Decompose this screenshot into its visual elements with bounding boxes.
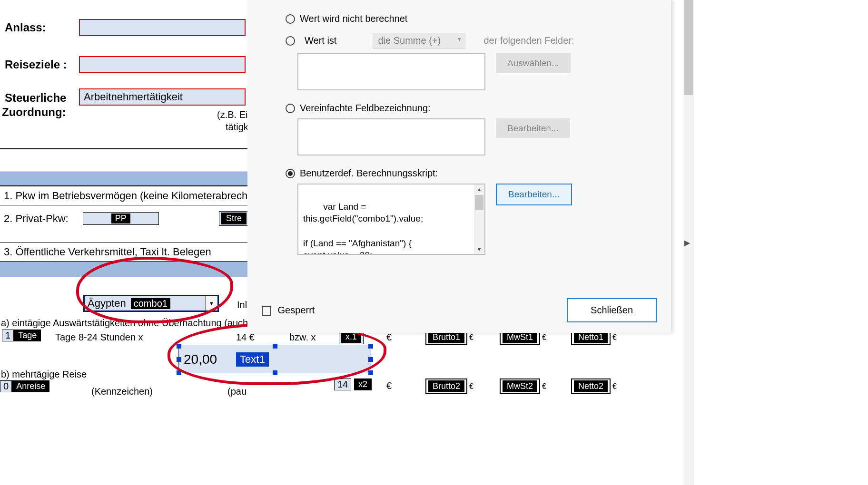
label-reiseziele: Reiseziele :	[5, 58, 67, 71]
radio-label-2: Wert ist	[305, 35, 336, 46]
a-bzw: bzw. x	[289, 332, 316, 343]
text1-field[interactable]: 20,00 Text1	[178, 346, 371, 373]
line-a-text: a) eintägige Auswärtstätigkeiten ohne Üb…	[1, 318, 277, 329]
radio-row-custom-script[interactable]: Benutzerdef. Berechnungsskript:	[286, 168, 657, 179]
anreise-num: 0	[0, 380, 12, 392]
mwst1-badge: MwSt1	[503, 331, 537, 343]
tage-box[interactable]: 1 Tage	[2, 330, 41, 341]
radio-row-value-is[interactable]: Wert ist die Summe (+) der folgenden Fel…	[286, 33, 657, 48]
row3-text: 3. Öffentliche Verkehrsmittel, Taxi lt. …	[4, 246, 211, 258]
b-14-box[interactable]: 14	[334, 378, 351, 390]
radio-row-no-calc[interactable]: Wert wird nicht berechnet	[286, 13, 657, 24]
combo1-value: Ägypten	[88, 297, 126, 310]
simplified-box[interactable]	[297, 118, 485, 155]
resize-handle[interactable]	[273, 370, 277, 375]
resize-handle[interactable]	[177, 370, 181, 375]
label-anlass: Anlass:	[5, 21, 46, 34]
resize-handle[interactable]	[273, 344, 277, 349]
field-reiseziele[interactable]	[79, 56, 246, 73]
radio-label-3: Vereinfachte Feldbezeichnung:	[300, 103, 431, 114]
radio2-suffix: der folgenden Felder:	[483, 35, 574, 46]
mwst2-cell[interactable]: MwSt2 €	[500, 378, 546, 394]
scroll-up-icon[interactable]: ▲	[474, 184, 484, 194]
calculation-dialog: Wert wird nicht berechnet Wert ist die S…	[247, 0, 671, 333]
stre-badge: Stre	[221, 213, 247, 224]
combo1-field[interactable]: Ägypten combo1 ▼	[83, 295, 219, 312]
tage-label: Tage	[14, 330, 41, 341]
row1-text: 1. Pkw im Betriebsvermögen (keine Kilome…	[4, 190, 265, 202]
text1-value: 20,00	[184, 352, 217, 367]
scroll-thumb[interactable]	[684, 0, 693, 95]
pau-caption: (pau	[227, 386, 247, 397]
euro-sym: €	[542, 333, 546, 342]
gesperrt-label: Gesperrt	[278, 305, 315, 315]
a-14-euro: 14 €	[236, 332, 255, 343]
field-stre[interactable]: Stre	[219, 211, 249, 226]
bearbeiten-button-2[interactable]: Bearbeiten...	[496, 184, 572, 205]
brutto1-badge: Brutto1	[428, 331, 464, 343]
hint-taetigk: tätigk	[226, 122, 248, 133]
radio-label-4: Benutzerdef. Berechnungsskript:	[300, 168, 438, 179]
operation-select-value: die Summe (+)	[378, 35, 441, 46]
expand-panel-icon[interactable]: ▶	[682, 232, 692, 253]
chevron-down-icon[interactable]: ▼	[205, 296, 217, 310]
script-scrollbar[interactable]: ▲ ▼	[474, 184, 484, 254]
scroll-thumb[interactable]	[475, 195, 483, 210]
row2-label: 2. Privat-Pkw:	[4, 213, 69, 225]
field-steuerliche-value: Arbeitnehmertätigkeit	[84, 91, 183, 103]
fields-list-box[interactable]	[297, 53, 485, 90]
brutto2-badge: Brutto2	[428, 380, 464, 392]
scroll-down-icon[interactable]: ▼	[474, 244, 484, 254]
euro-sym: €	[612, 333, 617, 342]
field-steuerliche[interactable]: Arbeitnehmertätigkeit	[79, 88, 246, 106]
netto1-badge: Netto1	[574, 331, 608, 343]
close-button[interactable]: Schließen	[567, 298, 657, 322]
netto2-cell[interactable]: Netto2 €	[571, 378, 617, 394]
pp-badge: PP	[111, 213, 130, 223]
label-steuerliche: Steuerliche	[5, 91, 66, 105]
euro-sym: €	[542, 382, 546, 391]
netto2-badge: Netto2	[574, 380, 608, 392]
brutto2-cell[interactable]: Brutto2 €	[425, 378, 473, 394]
resize-handle[interactable]	[177, 357, 181, 362]
kennzeichen-caption: (Kennzeichen)	[91, 386, 153, 397]
radio-icon-selected[interactable]	[286, 169, 295, 178]
resize-handle[interactable]	[177, 344, 181, 349]
mwst2-badge: MwSt2	[503, 380, 537, 392]
b-x2-badge: x2	[354, 378, 372, 390]
gesperrt-checkbox-row[interactable]: Gesperrt	[262, 305, 315, 316]
radio-icon[interactable]	[286, 14, 295, 24]
resize-handle[interactable]	[368, 370, 373, 375]
field-anlass[interactable]	[79, 19, 246, 36]
script-textarea[interactable]: var Land = this.getField("combo1").value…	[297, 184, 485, 255]
tage-8-24-text: Tage 8-24 Stunden x	[55, 332, 143, 343]
euro-sym: €	[469, 333, 473, 342]
operation-select[interactable]: die Summe (+)	[373, 33, 465, 48]
tage-num: 1	[2, 330, 14, 341]
bearbeiten-button-1[interactable]: Bearbeiten...	[496, 118, 570, 138]
auswaehlen-button[interactable]: Auswählen...	[496, 53, 571, 73]
a-euro-1: €	[386, 332, 392, 343]
radio-label-1: Wert wird nicht berechnet	[300, 13, 407, 24]
radio-row-simplified[interactable]: Vereinfachte Feldbezeichnung:	[286, 103, 657, 114]
anreise-box[interactable]: 0 Anreise	[0, 380, 49, 392]
field-kennzeichen[interactable]: PP	[83, 212, 159, 225]
radio-icon[interactable]	[286, 36, 295, 46]
euro-sym: €	[469, 382, 473, 391]
resize-handle[interactable]	[368, 357, 373, 362]
script-content: var Land = this.getField("combo1").value…	[303, 202, 423, 255]
combo1-fieldname: combo1	[131, 298, 170, 309]
text1-fieldname: Text1	[236, 352, 269, 367]
line-b-text: b) mehrtägige Reise	[1, 369, 87, 380]
label-zuordnung: Zuordnung:	[2, 106, 66, 119]
resize-handle[interactable]	[368, 344, 373, 349]
checkbox-icon[interactable]	[262, 306, 271, 316]
euro-sym: €	[612, 382, 617, 391]
b-euro: €	[386, 380, 392, 391]
anreise-label: Anreise	[12, 380, 49, 392]
radio-icon[interactable]	[286, 104, 295, 113]
